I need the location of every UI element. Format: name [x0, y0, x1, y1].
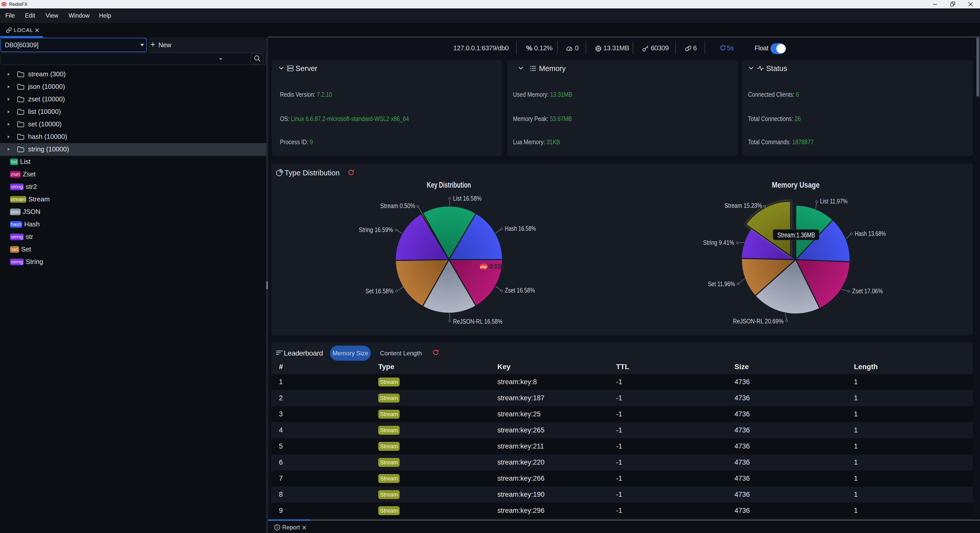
svg-text:Hash 16.58%: Hash 16.58% [505, 224, 536, 232]
svg-text:Memory Usage: Memory Usage [772, 180, 820, 189]
svg-text:Set 16.58%: Set 16.58% [366, 287, 393, 295]
svg-text:Stream 0.50%: Stream 0.50% [380, 202, 415, 210]
svg-text:Zset 16.58%: Zset 16.58% [505, 286, 535, 294]
svg-text:String 9.41%: String 9.41% [703, 239, 734, 246]
svg-text:Stream:1.36MB: Stream:1.36MB [777, 231, 815, 239]
svg-text:List 16.58%: List 16.58% [453, 194, 482, 202]
svg-text:Stream 15.23%: Stream 15.23% [724, 202, 762, 209]
svg-text:List 11.97%: List 11.97% [820, 197, 848, 205]
svg-text:String 16.59%: String 16.59% [359, 226, 393, 234]
svg-text:Zset 17.06%: Zset 17.06% [852, 287, 883, 295]
svg-text:ReJSON-RL 20.69%: ReJSON-RL 20.69% [733, 317, 783, 325]
svg-text:Hash 13.68%: Hash 13.68% [855, 230, 886, 237]
svg-text:Key Distribution: Key Distribution [427, 180, 471, 189]
svg-text:Set 11.96%: Set 11.96% [708, 280, 735, 288]
svg-text:ReJSON-RL 16.58%: ReJSON-RL 16.58% [453, 318, 503, 325]
svg-text:php: php [480, 265, 487, 269]
